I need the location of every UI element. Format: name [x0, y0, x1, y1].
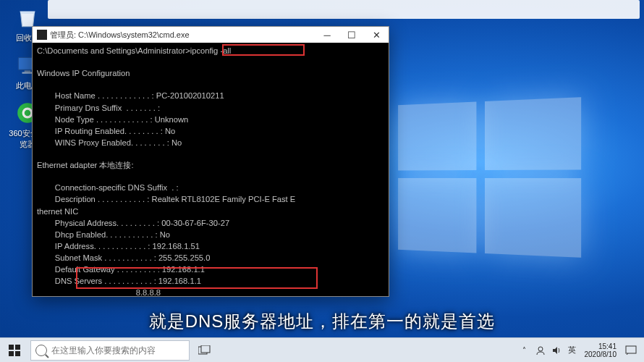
svg-rect-7 — [15, 345, 20, 350]
cmd-window[interactable]: 管理员: C:\Windows\system32\cmd.exe ─ ☐ ✕ C… — [32, 26, 389, 297]
svg-rect-11 — [201, 345, 210, 353]
tray-clock[interactable]: 15:41 2020/8/10 — [580, 342, 622, 358]
cmd-title: 管理员: C:\Windows\system32\cmd.exe — [50, 30, 315, 41]
svg-rect-6 — [9, 345, 14, 350]
search-icon — [35, 345, 47, 356]
svg-rect-9 — [15, 351, 20, 356]
highlight-ipconfig-command — [222, 44, 305, 56]
desktop: 回收站 此电脑 360安全浏览器 管理员: C:\Windows\system3… — [0, 0, 644, 362]
minimize-button[interactable]: ─ — [315, 27, 339, 43]
tray-ime-indicator[interactable]: 英 — [564, 338, 580, 362]
start-button[interactable] — [0, 338, 29, 362]
cmd-output[interactable]: C:\Documents and Settings\Administrator>… — [33, 43, 389, 296]
svg-point-5 — [25, 110, 31, 117]
svg-rect-13 — [626, 346, 636, 353]
close-button[interactable]: ✕ — [364, 27, 389, 43]
tray-people-icon[interactable] — [533, 338, 548, 362]
action-center-button[interactable] — [621, 345, 641, 355]
tray-chevron-up-icon[interactable]: ˄ — [517, 338, 533, 362]
taskbar: ˄ 英 15:41 2020/8/10 — [0, 337, 644, 362]
svg-point-12 — [538, 347, 543, 351]
tray-volume-icon[interactable] — [548, 338, 564, 362]
svg-rect-1 — [25, 70, 31, 72]
cmd-titlebar[interactable]: 管理员: C:\Windows\system32\cmd.exe ─ ☐ ✕ — [33, 27, 389, 43]
tray-time: 15:41 — [585, 342, 617, 350]
svg-rect-8 — [9, 351, 14, 356]
video-subtitle: 就是DNS服务器地址，排在第一的就是首选 — [0, 310, 644, 333]
search-input[interactable] — [51, 345, 185, 355]
maximize-button[interactable]: ☐ — [339, 27, 364, 43]
taskbar-search[interactable] — [30, 340, 190, 361]
task-view-button[interactable] — [190, 338, 220, 362]
tray-date: 2020/8/10 — [585, 350, 617, 358]
system-tray: ˄ 英 15:41 2020/8/10 — [517, 338, 645, 362]
cmd-icon — [37, 30, 47, 40]
wallpaper-windows-logo — [398, 97, 581, 258]
browser-band — [48, 0, 640, 19]
